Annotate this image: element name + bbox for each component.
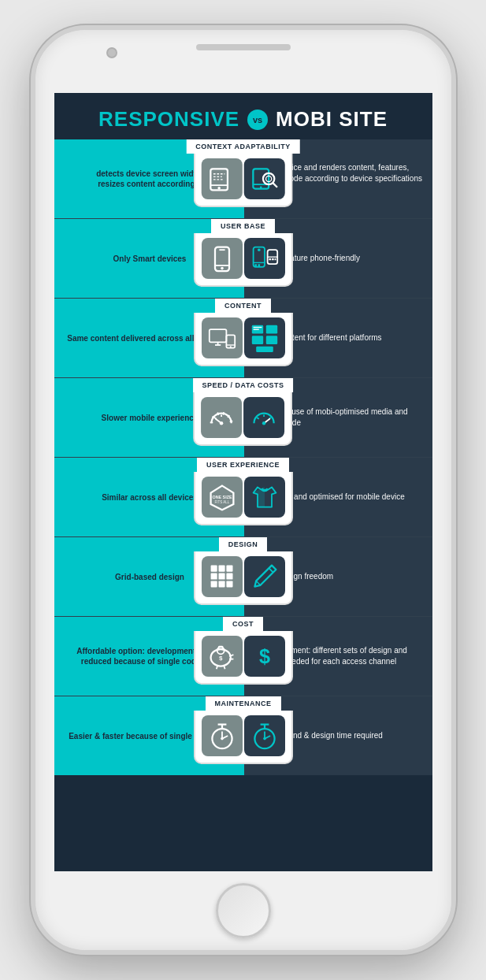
- mobi-label: MOBI SITE: [276, 107, 388, 132]
- responsive-label: RESPONSIVE: [98, 107, 239, 132]
- header: RESPONSIVE vs MOBI SITE: [54, 93, 432, 139]
- icon-box-left-content: [202, 317, 243, 358]
- badge-icons-content: [194, 313, 293, 366]
- svg-point-82: [263, 737, 266, 741]
- front-camera: [106, 47, 117, 58]
- row-user-experience: Similar across all devices USER EXPERIEN…: [54, 458, 432, 536]
- badge-design: DESIGN: [194, 537, 293, 605]
- icon-box-left-design: [202, 556, 243, 597]
- svg-line-61: [256, 581, 260, 585]
- svg-rect-55: [218, 574, 224, 580]
- shirt-icon: [250, 483, 279, 511]
- svg-rect-35: [265, 336, 276, 344]
- speedometer-slow-icon: [208, 403, 236, 432]
- badge-icons-maintenance: [194, 711, 293, 764]
- search-tablet-icon: [250, 165, 279, 193]
- svg-point-42: [220, 421, 224, 425]
- svg-line-10: [273, 183, 276, 187]
- icon-box-right-design: [244, 556, 285, 597]
- stopwatch-icon: [208, 722, 236, 750]
- grid-design-icon: [208, 562, 236, 591]
- svg-text:$: $: [258, 645, 269, 667]
- badge-icons-cost: $ $: [194, 631, 293, 685]
- phone-wrapper: RESPONSIVE vs MOBI SITE detects device s…: [0, 0, 486, 980]
- badge-label-userbase: USER BASE: [211, 219, 275, 233]
- icon-box-left-userbase: [202, 238, 243, 279]
- svg-text:FITS ALL: FITS ALL: [214, 500, 229, 504]
- row-content: Same content delivered across all platfo…: [54, 299, 432, 377]
- left-text-userbase: Only Smart devices: [113, 254, 187, 264]
- svg-point-31: [229, 346, 231, 347]
- phone-speaker: [196, 44, 291, 50]
- feature-phone-icon: [250, 244, 279, 273]
- badge-icons-design: [194, 551, 293, 605]
- row-maintenance: Easier & faster because of single codeba…: [54, 696, 432, 775]
- phone-screen: RESPONSIVE vs MOBI SITE detects device s…: [54, 93, 432, 871]
- svg-point-76: [221, 737, 224, 741]
- badge-label-context: CONTEXT ADAPTABILITY: [186, 139, 300, 154]
- phone-frame: RESPONSIVE vs MOBI SITE detects device s…: [31, 25, 456, 955]
- svg-point-47: [262, 421, 266, 425]
- svg-rect-25: [274, 258, 276, 260]
- svg-line-60: [269, 568, 273, 572]
- svg-rect-51: [210, 566, 217, 572]
- badge-label-speed: SPEED / DATA COSTS: [193, 378, 294, 392]
- svg-rect-58: [218, 581, 224, 587]
- row-speed-data: Slower mobile experience SPEED / DATA CO…: [54, 378, 432, 457]
- svg-rect-36: [256, 347, 273, 352]
- left-text-ux: Similar across all devices: [102, 492, 198, 503]
- icon-box-left-maintenance: [202, 715, 243, 756]
- icon-box-left-speed: [202, 397, 243, 438]
- speedometer-fast-icon: [250, 403, 279, 432]
- home-button[interactable]: [216, 883, 271, 938]
- svg-point-8: [260, 186, 262, 188]
- row-design: Grid-based design DESIGN: [54, 537, 432, 616]
- row-user-base: Only Smart devices USER BASE: [54, 219, 432, 298]
- desktop-devices-icon: [208, 324, 236, 352]
- stopwatch-teal-icon: [250, 722, 279, 750]
- left-text-design: Grid-based design: [115, 572, 184, 582]
- icon-box-left-ux: ONE SIZE FITS ALL: [202, 477, 243, 518]
- svg-rect-23: [269, 258, 271, 260]
- svg-line-43: [258, 418, 260, 419]
- icon-box-right-speed: [244, 397, 285, 438]
- svg-rect-59: [226, 581, 232, 587]
- left-text-speed: Slower mobile experience: [102, 413, 198, 423]
- badge-label-cost: COST: [223, 617, 263, 631]
- piggy-bank-icon: $: [208, 642, 236, 670]
- badge-speed-data: SPEED / DATA COSTS: [193, 378, 294, 446]
- pen-design-icon: [250, 562, 279, 591]
- svg-rect-34: [251, 336, 262, 344]
- comparison-container: detects device screen width,resizes cont…: [54, 139, 432, 871]
- badge-content: CONTENT: [194, 299, 293, 366]
- svg-point-2: [217, 187, 221, 190]
- svg-rect-53: [226, 566, 232, 572]
- dollar-icon: $: [250, 642, 279, 670]
- icon-box-right-content: [244, 317, 285, 358]
- icon-box-right-context: [244, 158, 285, 199]
- svg-rect-52: [218, 566, 224, 572]
- icon-box-right-cost: $: [244, 636, 285, 677]
- badge-user-base: USER BASE: [194, 219, 293, 287]
- phone-top: [35, 30, 451, 93]
- badge-icons-speed: [194, 392, 293, 446]
- svg-text:ONE SIZE: ONE SIZE: [212, 495, 232, 499]
- grid-content-icon: [250, 324, 279, 352]
- badge-maintenance: MAINTENANCE: [194, 696, 293, 764]
- badge-label-maintenance: MAINTENANCE: [206, 696, 281, 711]
- row-context-adaptability: detects device screen width,resizes cont…: [54, 139, 432, 218]
- svg-rect-56: [226, 574, 232, 580]
- row-cost: Affordable option: development time is r…: [54, 617, 432, 696]
- phone-bottom: [216, 871, 271, 950]
- icon-box-left-context: [202, 158, 243, 199]
- badge-context-adaptability: CONTEXT ADAPTABILITY: [186, 139, 300, 207]
- icon-box-right-ux: [244, 477, 285, 518]
- badge-label-ux: USER EXPERIENCE: [197, 458, 289, 472]
- screen-content: RESPONSIVE vs MOBI SITE detects device s…: [54, 93, 432, 871]
- badge-icons-context: [194, 154, 293, 207]
- svg-rect-54: [210, 574, 217, 580]
- one-size-icon: ONE SIZE FITS ALL: [208, 483, 236, 511]
- svg-rect-57: [210, 581, 217, 587]
- svg-rect-18: [254, 264, 257, 266]
- badge-label-design: DESIGN: [219, 537, 268, 551]
